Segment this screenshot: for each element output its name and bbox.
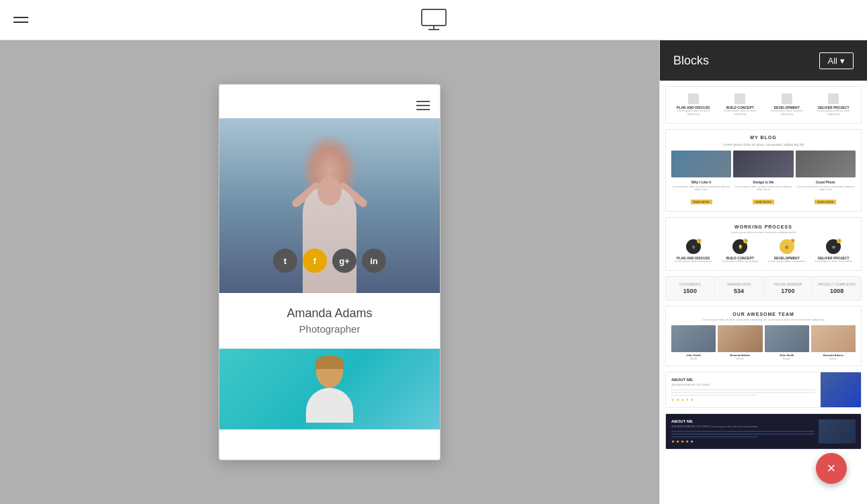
second-person-figure	[303, 355, 356, 429]
blog-cap-2-title: Design is life	[733, 180, 793, 184]
dark-star-5: ★	[690, 439, 693, 444]
badge-2: 2	[743, 239, 748, 243]
mobile-inner-scroll[interactable]: t f g+ in Amanda Adams Photographer	[219, 85, 440, 460]
dark-star-3: ★	[681, 439, 684, 444]
team-member-4: Amanda Adams Senior	[811, 325, 856, 360]
header	[0, 0, 867, 40]
block-team-content: OUR AWESOME TEAM Lorem ipsum dolor sit a…	[666, 306, 861, 366]
step-3: DEVELOPMENT Lorem ipsum dolor sit amet a…	[765, 93, 809, 116]
second-hero-section	[219, 349, 440, 429]
step-3-text: Lorem ipsum dolor sit amet adipiscing	[765, 110, 809, 116]
working-step-4-text: Lorem ipsum dolor consectetur	[812, 260, 856, 263]
working-step-2: 💡 2 BUILD CONCEPT Lorem ipsum dolor cons…	[718, 239, 763, 263]
stat-hours-value: 1700	[767, 288, 810, 294]
star-2: ★	[676, 397, 679, 402]
block-blog-content: MY BLOG Lorem ipsum dolor sit amet, cons…	[666, 130, 861, 212]
about-dark-subtitle: JOB AWESOME MY PICTURES Lorem ipsum dolo…	[671, 425, 815, 428]
fab-close-button[interactable]: ×	[816, 453, 847, 484]
blog-cap-3-text: Lorem ipsum dolor sit amet consectetur e…	[796, 185, 856, 192]
about-line-3	[671, 394, 757, 396]
blog-cap-1: Why I Like it Lorem ipsum dolor sit amet…	[671, 180, 731, 206]
team-member-4-role: Senior	[811, 357, 856, 360]
step-1-text: Lorem ipsum dolor sit amet adipiscing	[671, 110, 716, 116]
block-working-content: WORKING PROCESS Lorem ipsum dolor sit am…	[666, 218, 861, 270]
profile-info-section: Amanda Adams Photographer	[219, 293, 440, 349]
team-members-row: John Smith Studio Amanda Adams Senior Jo…	[671, 325, 856, 360]
working-step-1-text: Lorem ipsum dolor consectetur	[671, 260, 716, 263]
star-1: ★	[671, 397, 675, 402]
about-dark-line-2	[671, 433, 815, 435]
block-blog[interactable]: MY BLOG Lorem ipsum dolor sit amet, cons…	[665, 129, 862, 212]
blog-cap-1-text: Lorem ipsum dolor sit amet consectetur e…	[671, 185, 731, 192]
about-dark-line-1	[671, 431, 815, 432]
team-member-2-img	[718, 325, 762, 352]
blog-btn-1[interactable]: READ MORE	[691, 200, 712, 204]
block-working-process[interactable]: WORKING PROCESS Lorem ipsum dolor sit am…	[665, 217, 862, 271]
badge-3: 3	[790, 239, 795, 243]
mobile-preview-frame[interactable]: t f g+ in Amanda Adams Photographer	[219, 84, 441, 460]
monitor-icon	[420, 8, 447, 32]
team-subtitle: Lorem ipsum dolor sit amet consectetur a…	[671, 318, 856, 321]
stat-hours: Hours Worked 1700	[764, 277, 813, 300]
stat-awards-label: Awards Won	[718, 282, 761, 286]
filter-button[interactable]: All ▾	[819, 52, 854, 69]
team-member-3-img	[765, 325, 809, 352]
facebook-button[interactable]: f	[303, 249, 327, 273]
stat-awards: Awards Won 534	[715, 277, 764, 300]
block-about-light[interactable]: ABOUT ME JOB AWESOME MY PICTURES ★ ★ ★ ★…	[665, 372, 862, 408]
star-5: ★	[690, 397, 693, 402]
about-dark-line-3	[671, 436, 757, 437]
blog-cap-2: Design is life Lorem ipsum dolor sit ame…	[733, 180, 793, 206]
hamburger-menu[interactable]	[13, 17, 28, 23]
step-4: DELIVER PROJECT Lorem ipsum dolor sit am…	[812, 93, 856, 116]
main-canvas: t f g+ in Amanda Adams Photographer	[0, 40, 659, 504]
block-team[interactable]: OUR AWESOME TEAM Lorem ipsum dolor sit a…	[665, 306, 862, 366]
about-dark-title: ABOUT ME	[671, 419, 815, 423]
dark-star-1: ★	[671, 439, 675, 444]
filter-arrow: ▾	[840, 56, 845, 66]
stat-projects: Project Completed 1008	[813, 277, 861, 300]
dark-star-4: ★	[685, 439, 689, 444]
linkedin-button[interactable]: in	[362, 249, 386, 273]
blog-btn-3[interactable]: READ MORE	[815, 200, 836, 204]
dark-star-2: ★	[676, 439, 679, 444]
star-3: ★	[681, 397, 684, 402]
working-step-2-text: Lorem ipsum dolor consectetur	[718, 260, 763, 263]
about-subtitle: JOB AWESOME MY PICTURES	[671, 383, 815, 386]
mobile-hamburger-icon	[416, 101, 430, 110]
profile-name: Amanda Adams	[233, 306, 426, 321]
blocks-panel[interactable]: Blocks All ▾ PLAN AND DISCUSS Lorem ipsu…	[659, 40, 867, 504]
hero-section: t f g+ in	[219, 118, 440, 293]
working-step-2-circle: 💡 2	[732, 239, 747, 254]
mobile-nav	[219, 85, 440, 118]
team-member-3-role: Senior	[765, 357, 809, 360]
google-plus-button[interactable]: g+	[332, 249, 356, 273]
block-stats[interactable]: Customers 1500 Awards Won 534 Hours Work…	[665, 276, 862, 300]
stat-projects-label: Project Completed	[815, 282, 858, 286]
blog-btn-2[interactable]: READ MORE	[753, 200, 774, 204]
working-steps-row: ⚲ 1 PLAN AND DISCUSS Lorem ipsum dolor c…	[671, 239, 856, 263]
process-row: PLAN AND DISCUSS Lorem ipsum dolor sit a…	[671, 93, 856, 116]
about-dark-stars: ★ ★ ★ ★ ★	[671, 439, 815, 444]
stat-hours-label: Hours Worked	[767, 282, 810, 286]
second-person-head	[316, 355, 343, 388]
team-member-4-img	[811, 325, 856, 352]
working-step-4: ✉ 4 DELIVER PROJECT Lorem ipsum dolor co…	[812, 239, 856, 263]
filter-label: All	[828, 56, 837, 66]
twitter-button[interactable]: t	[273, 249, 297, 273]
badge-4: 4	[837, 239, 841, 243]
about-dark-left: ABOUT ME JOB AWESOME MY PICTURES Lorem i…	[671, 419, 815, 444]
second-person-body	[306, 388, 353, 423]
about-stars: ★ ★ ★ ★ ★	[671, 397, 815, 402]
block-about-content: ABOUT ME JOB AWESOME MY PICTURES ★ ★ ★ ★…	[666, 372, 861, 407]
about-line-2	[671, 392, 815, 393]
panel-title: Blocks	[673, 54, 709, 68]
stat-customers: Customers 1500	[666, 277, 715, 300]
team-member-2-role: Senior	[718, 357, 762, 360]
stat-customers-value: 1500	[669, 288, 712, 294]
step-2: BUILD CONCEPT Lorem ipsum dolor sit amet…	[718, 93, 763, 116]
blog-cap-1-title: Why I Like it	[671, 180, 731, 184]
hero-head	[317, 176, 342, 206]
block-process-steps[interactable]: PLAN AND DISCUSS Lorem ipsum dolor sit a…	[665, 86, 862, 124]
block-about-dark[interactable]: ABOUT ME JOB AWESOME MY PICTURES Lorem i…	[665, 413, 862, 450]
